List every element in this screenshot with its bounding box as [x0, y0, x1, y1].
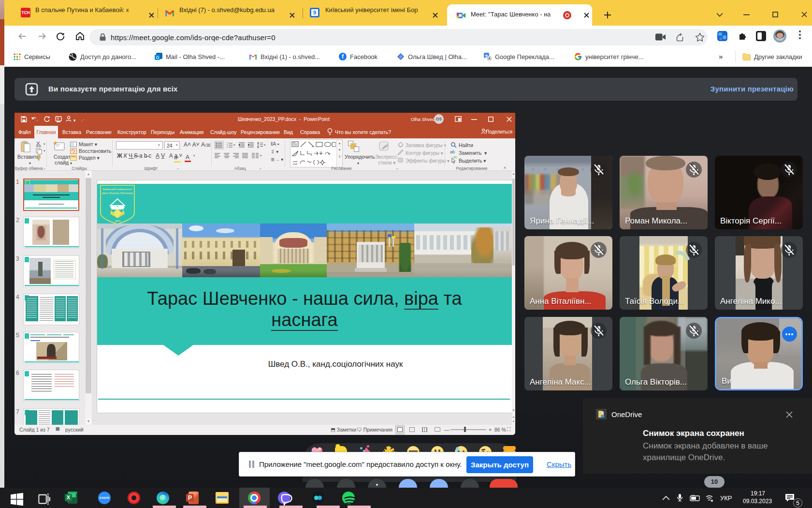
- svg-text:Київський університет: Київський університет: [102, 188, 132, 191]
- svg-text:імені Бориса Грінченка: імені Бориса Грінченка: [102, 192, 133, 194]
- svg-text:1874: 1874: [115, 220, 120, 223]
